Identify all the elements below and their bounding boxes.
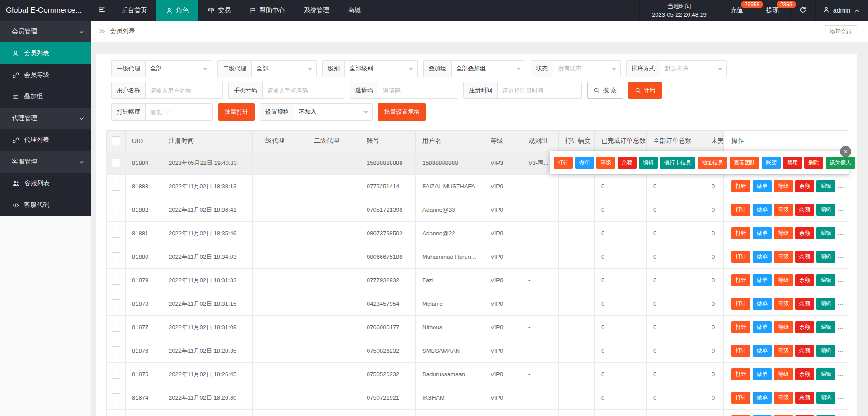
expanded-action-做单[interactable]: 做单 [575, 157, 594, 169]
batch-inject-button[interactable]: 批量打针 [218, 103, 255, 121]
more-actions[interactable]: ... [838, 370, 844, 377]
row-action-做单[interactable]: 做单 [753, 227, 772, 239]
batch-spec-button[interactable]: 批量设置规格 [378, 103, 426, 121]
row-action-等级[interactable]: 等级 [774, 392, 793, 404]
more-actions[interactable]: ... [838, 206, 844, 213]
sidebar-item-support-code[interactable]: 客服代码 [0, 194, 91, 216]
filter-sort-select[interactable]: 默认排序 [660, 61, 726, 77]
row-action-等级[interactable]: 等级 [774, 321, 793, 333]
row-action-等级[interactable]: 等级 [774, 298, 793, 310]
row-action-余额[interactable]: 余额 [795, 298, 814, 310]
filter-agent2-select[interactable]: 全部 [252, 61, 316, 77]
expanded-action-余额[interactable]: 余额 [618, 157, 637, 169]
row-checkbox[interactable] [112, 229, 120, 238]
sidebar-item-support-list[interactable]: 客服列表 [0, 173, 91, 194]
row-action-打针[interactable]: 打针 [731, 251, 750, 263]
nav-item-home[interactable]: 后台首页 [112, 0, 156, 21]
row-action-编辑[interactable]: 编辑 [816, 392, 835, 404]
expanded-action-查看团队[interactable]: 查看团队 [730, 157, 760, 169]
row-checkbox[interactable] [112, 182, 120, 191]
nav-item-trade[interactable]: 交易 [198, 0, 240, 21]
row-action-余额[interactable]: 余额 [795, 321, 814, 333]
row-action-做单[interactable]: 做单 [753, 368, 772, 380]
row-checkbox[interactable] [112, 346, 120, 355]
more-actions[interactable]: ... [838, 182, 844, 189]
row-checkbox[interactable] [112, 252, 120, 261]
row-checkbox[interactable] [112, 323, 120, 332]
row-action-打针[interactable]: 打针 [731, 274, 750, 286]
reg-time-input[interactable] [498, 82, 581, 98]
row-action-余额[interactable]: 余额 [795, 368, 814, 380]
row-action-打针[interactable]: 打针 [731, 204, 750, 216]
row-action-编辑[interactable]: 编辑 [816, 274, 835, 286]
row-checkbox[interactable] [112, 206, 120, 214]
invite-code-input[interactable] [378, 82, 458, 98]
row-checkbox[interactable] [112, 370, 120, 379]
sidebar-group-support-management[interactable]: 客服管理 [0, 151, 91, 173]
nav-item-mall[interactable]: 商城 [339, 0, 370, 21]
row-action-编辑[interactable]: 编辑 [816, 298, 835, 310]
row-action-编辑[interactable]: 编辑 [816, 227, 835, 239]
expanded-action-账变[interactable]: 账变 [762, 157, 781, 169]
row-action-做单[interactable]: 做单 [753, 274, 772, 286]
more-actions[interactable]: ... [838, 394, 844, 401]
row-action-打针[interactable]: 打针 [731, 345, 750, 357]
row-action-等级[interactable]: 等级 [774, 204, 793, 216]
expanded-action-禁用[interactable]: 禁用 [783, 157, 802, 169]
expanded-action-设为假人[interactable]: 设为假人 [826, 157, 855, 169]
nav-item-help[interactable]: 帮助中心 [240, 0, 294, 21]
search-button[interactable]: 搜 索 [587, 82, 623, 99]
add-member-button[interactable]: 添加会员 [825, 25, 857, 37]
row-action-做单[interactable]: 做单 [753, 251, 772, 263]
sidebar-item-member-list[interactable]: 会员列表 [0, 42, 91, 64]
username-input[interactable] [146, 82, 222, 98]
more-actions[interactable]: ... [838, 276, 844, 283]
nav-item-roles[interactable]: 角色 [156, 0, 198, 21]
row-action-编辑[interactable]: 编辑 [816, 368, 835, 380]
row-action-打针[interactable]: 打针 [731, 227, 750, 239]
row-action-等级[interactable]: 等级 [774, 251, 793, 263]
expanded-action-打针[interactable]: 打针 [554, 157, 573, 169]
export-button[interactable]: 导出 [628, 82, 662, 99]
close-icon[interactable]: × [840, 146, 851, 157]
row-action-余额[interactable]: 余额 [795, 392, 814, 404]
more-actions[interactable]: ... [838, 347, 844, 354]
expanded-action-地址信息[interactable]: 地址信息 [698, 157, 727, 169]
phone-input[interactable] [263, 82, 344, 98]
row-action-等级[interactable]: 等级 [774, 227, 793, 239]
row-action-做单[interactable]: 做单 [753, 345, 772, 357]
inject-range-input[interactable] [146, 104, 212, 120]
sidebar-item-stack-group[interactable]: 叠加组 [0, 86, 91, 108]
row-checkbox[interactable] [112, 393, 120, 402]
recharge-nav-item[interactable]: 充值 29958 [719, 0, 755, 21]
more-actions[interactable]: ... [838, 300, 844, 307]
row-action-打针[interactable]: 打针 [731, 321, 750, 333]
nav-item-system[interactable]: 系统管理 [294, 0, 339, 21]
row-action-余额[interactable]: 余额 [795, 274, 814, 286]
row-action-等级[interactable]: 等级 [774, 180, 793, 192]
row-action-编辑[interactable]: 编辑 [816, 321, 835, 333]
row-action-等级[interactable]: 等级 [774, 345, 793, 357]
filter-status-select[interactable]: 所有状态 [553, 61, 620, 77]
row-action-余额[interactable]: 余额 [795, 227, 814, 239]
row-checkbox[interactable] [112, 299, 120, 308]
row-action-打针[interactable]: 打针 [731, 368, 750, 380]
expanded-action-等级[interactable]: 等级 [596, 157, 615, 169]
row-action-余额[interactable]: 余额 [795, 345, 814, 357]
row-action-编辑[interactable]: 编辑 [816, 180, 835, 192]
filter-stack-group-select[interactable]: 全部叠加组 [452, 61, 525, 77]
expanded-action-银行卡信息[interactable]: 银行卡信息 [660, 157, 695, 169]
spec-select[interactable]: 不加入 [294, 104, 372, 120]
row-action-打针[interactable]: 打针 [731, 180, 750, 192]
row-action-打针[interactable]: 打针 [731, 392, 750, 404]
sidebar-item-member-level[interactable]: 会员等级 [0, 64, 91, 86]
more-actions[interactable]: ... [838, 253, 844, 260]
more-actions[interactable]: ... [838, 229, 844, 236]
row-action-编辑[interactable]: 编辑 [816, 345, 835, 357]
row-action-编辑[interactable]: 编辑 [816, 204, 835, 216]
row-action-做单[interactable]: 做单 [753, 204, 772, 216]
sidebar-group-member-management[interactable]: 会员管理 [0, 21, 91, 42]
expanded-action-删除[interactable]: 删除 [804, 157, 823, 169]
sidebar-toggle-button[interactable] [91, 0, 112, 21]
row-action-等级[interactable]: 等级 [774, 368, 793, 380]
